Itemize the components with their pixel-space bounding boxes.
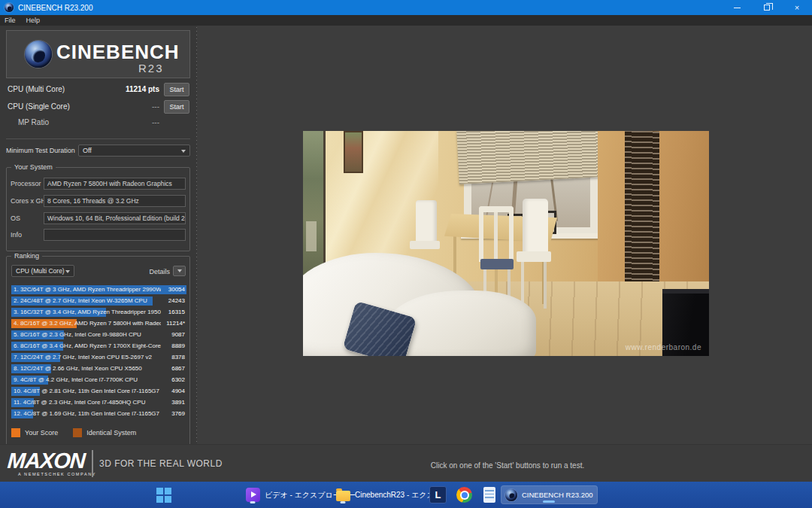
cores-ghz-field[interactable]: 8 Cores, 16 Threads @ 3.2 GHz	[44, 195, 186, 207]
min-test-duration-select[interactable]: Off	[78, 144, 190, 157]
footer-bar: MAXON A NEMETSCHEK COMPANY 3D FOR THE RE…	[0, 444, 812, 482]
chair-left	[416, 200, 437, 244]
ranking-row[interactable]: 6. 8C/16T @ 3.4 GHz, AMD Ryzen 7 1700X E…	[11, 342, 186, 351]
details-toggle-button[interactable]	[173, 266, 186, 276]
info-field[interactable]	[44, 229, 186, 241]
restore-icon	[764, 5, 770, 11]
windows-taskbar: 検索 ビデオ - エクスプローラー CinebenchR23 - エクスプ L …	[0, 482, 812, 508]
menu-bar: File Help	[0, 15, 812, 26]
panel-separator	[6, 138, 190, 139]
maxon-logo: MAXON	[7, 449, 86, 473]
ranking-row-score: 6302	[171, 376, 185, 385]
ranking-row-label: 10. 4C/8T @ 2.81 GHz, 11th Gen Intel Cor…	[14, 387, 161, 396]
cpu-multicore-score: 11214 pts	[126, 85, 159, 93]
footer-divider	[92, 450, 93, 477]
ranking-row[interactable]: 3. 16C/32T @ 3.4 GHz, AMD Ryzen Threadri…	[11, 308, 186, 317]
your-system-group: Your System Processor AMD Ryzen 7 5800H …	[6, 167, 190, 251]
chair-left-seat	[410, 241, 440, 249]
chair-leg	[544, 262, 547, 309]
ranking-legend: Your Score Identical System	[11, 428, 147, 437]
ranking-row[interactable]: 12. 4C/8T @ 1.69 GHz, 11th Gen Intel Cor…	[11, 409, 186, 418]
running-indicator	[250, 501, 256, 503]
processor-field[interactable]: AMD Ryzen 7 5800H with Radeon Graphics	[44, 178, 186, 190]
watermark-text: www.renderbaron.de	[626, 343, 701, 351]
ranking-row[interactable]: 4. 8C/16T @ 3.2 GHz, AMD Ryzen 7 5800H w…	[11, 319, 186, 328]
desktop: CINEBENCH R23.200 × File Help CINEBENCH …	[0, 0, 812, 508]
ranking-row-label: 7. 12C/24T @ 2.7 GHz, Intel Xeon CPU E5-…	[14, 353, 161, 362]
ranking-row-score: 11214*	[166, 319, 185, 328]
info-label: Info	[11, 231, 22, 239]
chevron-down-icon	[181, 150, 186, 153]
restore-button[interactable]	[752, 0, 782, 15]
chair-middle-seat	[480, 259, 514, 269]
chevron-down-icon	[177, 269, 182, 272]
ranking-row-label: 2. 24C/48T @ 2.7 GHz, Intel Xeon W-3265M…	[14, 297, 161, 306]
benchmark-render-image: www.renderbaron.de	[303, 131, 709, 356]
chair-right-seat	[517, 251, 551, 262]
ranking-row[interactable]: 8. 12C/24T @ 2.66 GHz, Intel Xeon CPU X5…	[11, 364, 186, 373]
processor-label: Processor	[11, 180, 41, 187]
ranking-row[interactable]: 9. 4C/8T @ 4.2 GHz, Intel Core i7-7700K …	[11, 376, 186, 385]
chrome-icon	[456, 487, 472, 503]
os-label: OS	[11, 214, 20, 222]
menu-help[interactable]: Help	[26, 17, 41, 24]
cpu-singlecore-label: CPU (Single Core)	[8, 102, 70, 111]
notepad-icon	[483, 487, 495, 503]
ranking-row[interactable]: 1. 32C/64T @ 3 GHz, AMD Ryzen Threadripp…	[11, 285, 186, 294]
mp-ratio-value: ---	[152, 118, 159, 126]
folder-icon	[336, 491, 350, 501]
ranking-row-score: 6867	[171, 364, 185, 373]
ranking-row-score: 30054	[168, 285, 185, 294]
cpu-singlecore-score: ---	[152, 102, 159, 111]
picture-frame	[344, 131, 363, 173]
taskbar-cinebench-active[interactable]: CINEBENCH R23.200	[501, 485, 598, 504]
video-folder-icon	[246, 488, 260, 502]
start-button[interactable]	[153, 485, 175, 504]
active-indicator	[543, 500, 555, 503]
cpu-multicore-label: CPU (Multi Core)	[8, 85, 65, 93]
taskbar-app-l[interactable]: L	[426, 485, 450, 504]
cpu-multicore-row: CPU (Multi Core) 11214 pts Start	[6, 83, 190, 96]
ranking-row[interactable]: 5. 8C/16T @ 2.3 GHz, Intel Core i9-9880H…	[11, 330, 186, 339]
identical-system-swatch	[73, 428, 82, 437]
ranking-row[interactable]: 7. 12C/24T @ 2.7 GHz, Intel Xeon CPU E5-…	[11, 353, 186, 362]
details-label: Details	[149, 268, 170, 275]
os-field[interactable]: Windows 10, 64 Bit, Professional Edition…	[44, 212, 186, 224]
close-icon: ×	[795, 3, 799, 12]
taskbar-notepad[interactable]	[480, 485, 499, 504]
min-test-duration-label: Minimum Test Duration	[6, 147, 75, 154]
taskbar-chrome[interactable]	[453, 485, 476, 504]
maxon-tagline: 3D FOR THE REAL WORLD	[99, 458, 223, 469]
chair-middle-slat	[494, 212, 498, 260]
ranking-row-score: 16315	[168, 308, 185, 317]
ranking-row-label: 11. 4C/8T @ 2.3 GHz, Intel Core i7-4850H…	[14, 398, 161, 407]
panel-resize-handle[interactable]	[196, 27, 197, 443]
identical-system-label: Identical System	[86, 429, 136, 437]
ranking-row-score: 4904	[171, 387, 185, 396]
start-multicore-button[interactable]: Start	[164, 83, 189, 96]
ranking-row[interactable]: 11. 4C/8T @ 2.3 GHz, Intel Core i7-4850H…	[11, 398, 186, 407]
ranking-row-label: 6. 8C/16T @ 3.4 GHz, AMD Ryzen 7 1700X E…	[14, 342, 161, 351]
menu-file[interactable]: File	[5, 17, 16, 24]
ranking-row-score: 3891	[171, 398, 185, 407]
your-score-swatch	[11, 428, 20, 437]
title-bar[interactable]: CINEBENCH R23.200 ×	[0, 0, 812, 15]
ranking-row[interactable]: 10. 4C/8T @ 2.81 GHz, 11th Gen Intel Cor…	[11, 387, 186, 396]
close-button[interactable]: ×	[782, 0, 812, 15]
minimize-button[interactable]	[722, 0, 752, 15]
ranking-row-label: 4. 8C/16T @ 3.2 GHz, AMD Ryzen 7 5800H w…	[14, 319, 161, 328]
l-app-icon: L	[429, 486, 447, 503]
ranking-row-label: 12. 4C/8T @ 1.69 GHz, 11th Gen Intel Cor…	[14, 409, 161, 418]
ranking-row-label: 8. 12C/24T @ 2.66 GHz, Intel Xeon CPU X5…	[14, 364, 161, 373]
cinebench-logo-icon	[25, 41, 52, 68]
running-indicator	[341, 501, 346, 503]
cinebench-taskbar-label: CINEBENCH R23.200	[522, 491, 593, 499]
start-singlecore-button[interactable]: Start	[164, 100, 189, 114]
ranking-filter-select[interactable]: CPU (Multi Core)	[11, 265, 74, 277]
cinebench-taskbar-icon	[505, 489, 517, 501]
ranking-row-label: 5. 8C/16T @ 2.3 GHz, Intel Core i9-9880H…	[14, 330, 161, 339]
your-score-label: Your Score	[25, 429, 58, 437]
ranking-row[interactable]: 2. 24C/48T @ 2.7 GHz, Intel Xeon W-3265M…	[11, 297, 186, 306]
your-system-title: Your System	[11, 163, 56, 171]
cinebench-logo-version: R23	[138, 62, 164, 75]
